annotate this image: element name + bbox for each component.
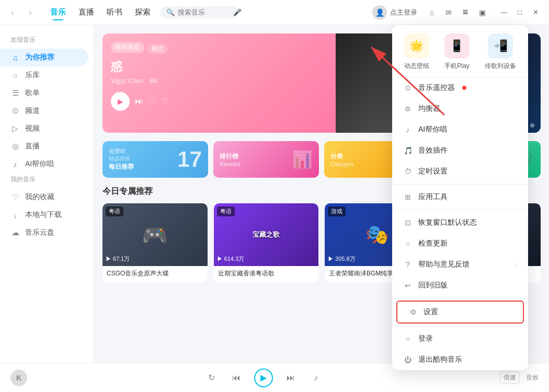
close-button[interactable]: ✕	[528, 5, 543, 20]
dropdown-wallpaper[interactable]: 🌟 动态壁纸	[404, 33, 429, 71]
sidebar-label-cloud: 音乐云盘	[25, 228, 54, 237]
cat-sub-rank: Ranklist	[220, 161, 240, 167]
menu-app-tools[interactable]: ⊞ 应用工具	[392, 187, 528, 207]
menu-remote[interactable]: ⊙ 音乐遥控器	[392, 77, 528, 98]
prev-button[interactable]: ⏮	[229, 371, 244, 385]
cloud-icon: ☁	[10, 228, 20, 237]
menu-audio-plugin[interactable]: 🎵 音效插件	[392, 140, 528, 161]
restore-icon: ⊡	[403, 217, 413, 228]
hero-play-button[interactable]: ▶	[111, 92, 130, 111]
hero-left-card[interactable]: 猜你喜欢 模式 惑 Vigoz Chen、BK ▶ ⏭ ♡ ♡	[102, 33, 419, 133]
menu-old-version[interactable]: ↩ 回到旧版	[392, 275, 528, 296]
title-bar-right: 👤 点主登录 ⌂ ✉ ≡ ▣ — □ ✕	[372, 5, 543, 20]
music-thumb-1: 宝藏之歌 粤语 ▶ 614.3万	[214, 203, 319, 266]
tablet-icon[interactable]: ▣	[476, 6, 488, 19]
menu-live[interactable]: 直播	[73, 5, 99, 19]
menu-ai-sing[interactable]: ♪ AI帮你唱	[392, 119, 528, 140]
library-icon: ○	[10, 71, 20, 80]
next-button[interactable]: ⏭	[283, 371, 298, 385]
favorites-icon: ♡	[10, 192, 20, 202]
ai-sing-icon: ♪	[403, 124, 413, 135]
menu-timer[interactable]: ⏱ 定时设置	[392, 161, 528, 182]
timer-label: 定时设置	[418, 167, 448, 176]
timer-icon: ⏱	[403, 166, 413, 177]
mic-icon[interactable]: 🎤	[233, 8, 242, 16]
badge-2: 游戏	[328, 206, 346, 216]
old-version-label: 回到旧版	[418, 281, 448, 290]
menu-help[interactable]: ? 帮助与意见反馈 ›	[392, 254, 528, 275]
divider-3	[392, 298, 528, 298]
music-thumb-0: 🎮 粤语 ▶ 67.1万	[102, 203, 208, 266]
menu-music[interactable]: 音乐	[45, 5, 71, 19]
menu-audiobook[interactable]: 听书	[101, 5, 128, 19]
back-button[interactable]: ‹	[6, 6, 19, 19]
home-icon[interactable]: ⌂	[426, 6, 438, 19]
menu-login[interactable]: ○ 登录	[392, 328, 528, 349]
search-bar[interactable]: 🔍 🎤	[160, 6, 238, 18]
sidebar-item-favorites[interactable]: ♡ 我的收藏	[0, 188, 88, 206]
sidebar-item-library[interactable]: ○ 乐库	[0, 66, 88, 84]
volume-button[interactable]: ♪	[308, 371, 323, 385]
maximize-button[interactable]: □	[512, 5, 527, 20]
hero-next-icon[interactable]: ⏭	[135, 97, 143, 106]
search-input[interactable]	[178, 8, 230, 16]
app-tools-label: 应用工具	[418, 192, 448, 202]
old-version-icon: ↩	[403, 280, 413, 291]
cat-num-daily: 17	[177, 147, 202, 172]
player-controls: ↻ ⏮ ▶ ⏭ ♪	[36, 368, 491, 387]
equalizer-icon: ⚙	[403, 103, 413, 114]
cat-title-daily: 每日推荐	[109, 163, 134, 171]
music-card-0[interactable]: 🎮 粤语 ▶ 67.1万 CSGO音乐盒原声大碟	[102, 203, 208, 282]
exit-icon: ⏻	[403, 354, 413, 365]
sidebar-item-ai[interactable]: ♪ AI帮你唱	[0, 155, 88, 173]
title-bar: ‹ › 音乐 直播 听书 探索 🔍 🎤 👤 点主登录 ⌂ ✉ ≡ ▣ — □ ✕	[0, 0, 549, 25]
settings-highlight-box: ⚙ 设置	[396, 301, 524, 324]
minimize-button[interactable]: —	[497, 5, 511, 20]
mail-icon[interactable]: ✉	[442, 6, 455, 19]
menu-restore[interactable]: ⊡ 恢复窗口默认状态	[392, 212, 528, 233]
hero-dislike-icon[interactable]: ♡	[161, 97, 168, 107]
menu-icon[interactable]: ≡	[459, 6, 472, 19]
sidebar-item-downloads[interactable]: ↓ 本地与下载	[0, 206, 88, 224]
sidebar-label-channel: 频道	[25, 106, 40, 116]
dropdown-menu: 🌟 动态壁纸 📱 手机Play 📲 传歌到设备 ⊙ 音乐遥控器 ⚙ 均衡器 ♪ …	[392, 25, 528, 370]
play-pause-button[interactable]: ▶	[254, 368, 273, 387]
sidebar-item-live[interactable]: ◎ 直播	[0, 137, 88, 155]
live-icon: ◎	[10, 142, 20, 151]
cat-title-rank: 排行榜	[220, 152, 240, 161]
cat-card-rank[interactable]: 排行榜 Ranklist 📊	[213, 141, 319, 178]
menu-exit[interactable]: ⏻ 退出酷狗音乐	[392, 349, 528, 370]
hero-tag-mode[interactable]: 模式	[147, 44, 167, 54]
sidebar-item-recommend[interactable]: ♫ 为你推荐	[0, 49, 88, 66]
check-update-label: 检查更新	[418, 239, 448, 248]
sidebar-item-channel[interactable]: ⊙ 频道	[0, 102, 88, 120]
cat-card-daily[interactable]: 免费听 精选30首 每日推荐 17	[102, 141, 208, 178]
repeat-button[interactable]: ↻	[204, 371, 219, 385]
quality-button[interactable]: 音效	[526, 373, 539, 382]
badge-1: 粤语	[217, 206, 235, 216]
menu-settings[interactable]: ⚙ 设置	[397, 302, 523, 322]
dropdown-transfer[interactable]: 📲 传歌到设备	[485, 33, 516, 71]
menu-equalizer[interactable]: ⚙ 均衡器	[392, 98, 528, 119]
video-icon: ▷	[10, 124, 20, 133]
sidebar-item-playlist[interactable]: ☰ 歌单	[0, 84, 88, 102]
sidebar-item-cloud[interactable]: ☁ 音乐云盘	[0, 224, 88, 241]
forward-button[interactable]: ›	[24, 6, 37, 19]
help-icon: ?	[403, 259, 413, 270]
hero-like-icon[interactable]: ♡	[148, 97, 156, 107]
menu-check-update[interactable]: ○ 检查更新	[392, 233, 528, 254]
player-right: 倍速 音效	[500, 372, 539, 384]
music-title-0: CSGO音乐盒原声大碟	[102, 266, 208, 282]
restore-label: 恢复窗口默认状态	[418, 218, 477, 227]
dropdown-phone-play[interactable]: 📱 手机Play	[444, 33, 470, 71]
sidebar-item-video[interactable]: ▷ 视频	[0, 120, 88, 137]
search-icon: 🔍	[166, 8, 175, 16]
user-area[interactable]: 👤 点主登录	[372, 5, 417, 20]
music-card-1[interactable]: 宝藏之歌 粤语 ▶ 614.3万 近期宝藏香港粤语歌	[214, 203, 319, 282]
sidebar-label-playlist: 歌单	[25, 88, 40, 98]
speed-button[interactable]: 倍速	[500, 372, 520, 384]
badge-0: 粤语	[106, 206, 123, 216]
plays-1: ▶ 614.3万	[217, 255, 245, 263]
menu-explore[interactable]: 探索	[130, 5, 156, 19]
wallpaper-label: 动态壁纸	[404, 62, 429, 71]
